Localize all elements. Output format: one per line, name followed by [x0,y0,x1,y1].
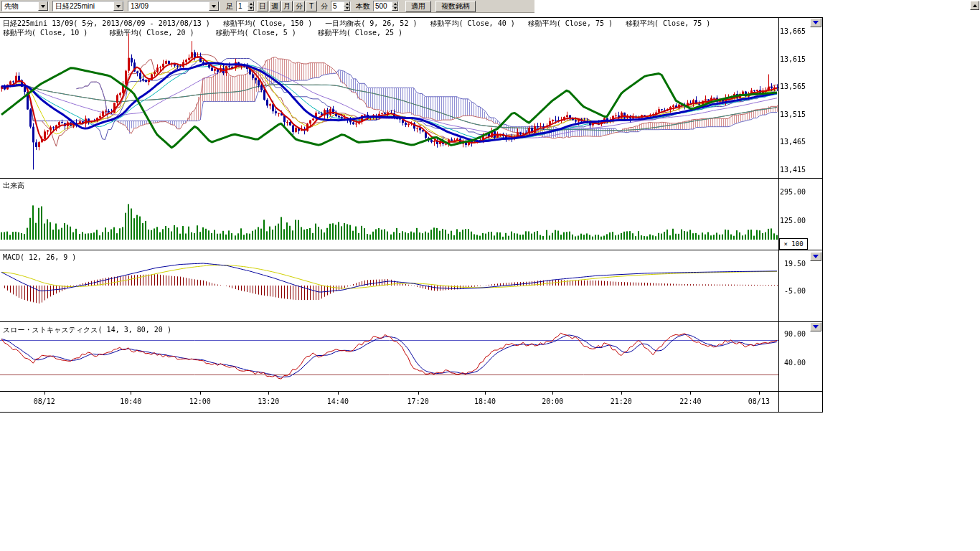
price-axis-label: 13,665 [780,27,806,35]
indicator-label: 一目均衡表( 9, 26, 52 ) [325,19,417,27]
stoch-title-label: スロー・ストキャスティクス( 14, 3, 80, 20 ) [3,326,171,334]
volume-axis-label: 125.00 [780,217,806,225]
indicator-label: 移動平均( Close, 20 ) [109,29,194,37]
minute-value-spinner[interactable]: 5 [331,1,351,11]
chevron-down-icon[interactable] [38,1,48,11]
x-axis-label: 08/13 [748,397,770,405]
minute-label: 分 [321,1,328,11]
price-axis-label: 13,415 [780,166,806,174]
bar-multiplier-value: 1 [237,2,248,10]
chart-title-label: 日経225mini 13/09( 5分, 2013/08/09 - 2013/0… [3,19,210,27]
axis-border [778,17,779,413]
x-axis-label: 18:40 [474,397,496,405]
bar-multiplier-spinner[interactable]: 1 [236,1,255,11]
x-axis-label: 08/12 [34,397,55,405]
contract-month-value: 13/09 [128,2,209,10]
pane-divider [0,250,823,250]
macd-pane-menu-button[interactable] [810,252,821,261]
spin-down-icon[interactable] [392,6,398,11]
indicator-label: 移動平均( Close, 75 ) [626,19,710,27]
toolbar: 先物 日経225mini 13/09 足 1 日 週 月 分 T 分 5 本数 … [0,0,534,13]
spin-down-icon[interactable] [248,6,254,11]
stoch-pane-menu-button[interactable] [810,322,821,331]
volume-multiplier-box: × 100 [779,238,808,250]
chart-canvas[interactable] [0,17,778,413]
volume-pane-title: 出来高 [3,181,24,191]
macd-axis-label: 19.50 [780,260,806,268]
period-week-button[interactable]: 週 [269,1,281,11]
indicator-label: 移動平均( Close, 10 ) [3,29,88,37]
stoch-pane-title: スロー・ストキャスティクス( 14, 3, 80, 20 ) [3,325,171,335]
price-axis-label: 13,465 [780,138,806,146]
category-select-value: 先物 [2,1,38,11]
price-pane-title-row1: 日経225mini 13/09( 5分, 2013/08/09 - 2013/0… [3,19,723,29]
chevron-down-icon [813,255,819,258]
period-minute-button[interactable]: 分 [293,1,305,11]
multi-symbol-button[interactable]: 複数銘柄 [435,1,476,12]
x-axis-label: 14:40 [327,397,349,405]
chevron-down-icon[interactable] [113,1,123,11]
category-select[interactable]: 先物 [1,1,49,11]
chevron-down-icon [813,21,819,24]
indicator-label: 移動平均( Close, 150 ) [223,19,312,27]
chevron-down-icon [813,325,819,329]
x-axis-label: 12:00 [189,397,211,405]
macd-axis-label: -5.00 [780,287,806,295]
x-axis-label: 22:40 [679,397,701,405]
indicator-label: 移動平均( Close, 25 ) [318,29,402,37]
minute-value: 5 [331,2,344,10]
symbol-select-value: 日経225mini [53,1,113,11]
stoch-axis-label: 90.00 [780,330,806,338]
pane-divider [0,17,823,18]
scroll-up-button[interactable] [970,1,979,10]
period-tick-button[interactable]: T [306,1,317,11]
contract-month-select[interactable]: 13/09 [128,1,220,11]
arrow-up-icon [973,4,977,7]
bar-count-value: 500 [374,2,392,10]
indicator-label: 移動平均( Close, 75 ) [528,19,613,27]
symbol-select[interactable]: 日経225mini [52,1,124,11]
x-axis-label: 10:40 [120,397,141,405]
price-axis-label: 13,515 [780,110,806,118]
price-axis-label: 13,615 [780,55,806,63]
pane-divider [0,412,823,413]
bar-count-spinner[interactable]: 500 [373,1,399,11]
period-day-button[interactable]: 日 [257,1,268,11]
bar-type-label: 足 [226,1,233,11]
volume-axis-label: 295.00 [780,188,806,196]
price-pane-title-row2: 移動平均( Close, 10 )移動平均( Close, 20 )移動平均( … [3,28,424,38]
x-axis-label: 17:20 [407,397,429,405]
spin-down-icon[interactable] [344,6,350,11]
indicator-label: 移動平均( Close, 5 ) [216,29,296,37]
x-axis-label: 21:20 [611,397,632,405]
x-axis-label: 20:00 [542,397,563,405]
pane-divider [0,178,823,179]
stoch-axis-label: 40.00 [780,359,806,367]
macd-title-label: MACD( 12, 26, 9 ) [3,253,76,261]
chart-panel: 日経225mini 13/09( 5分, 2013/08/09 - 2013/0… [0,17,823,413]
price-pane-menu-button[interactable] [810,18,821,27]
pane-divider [0,391,823,392]
chevron-down-icon[interactable] [209,1,219,11]
macd-pane-title: MACD( 12, 26, 9 ) [3,253,76,261]
apply-button[interactable]: 適用 [405,1,431,12]
bar-count-label: 本数 [356,1,370,11]
price-axis-label: 13,565 [780,83,806,90]
x-axis-label: 13:20 [258,397,279,405]
window-border [822,17,823,413]
indicator-label: 移動平均( Close, 40 ) [430,19,514,27]
period-month-button[interactable]: 月 [281,1,293,11]
volume-title-label: 出来高 [3,182,24,189]
pane-divider [0,321,823,322]
